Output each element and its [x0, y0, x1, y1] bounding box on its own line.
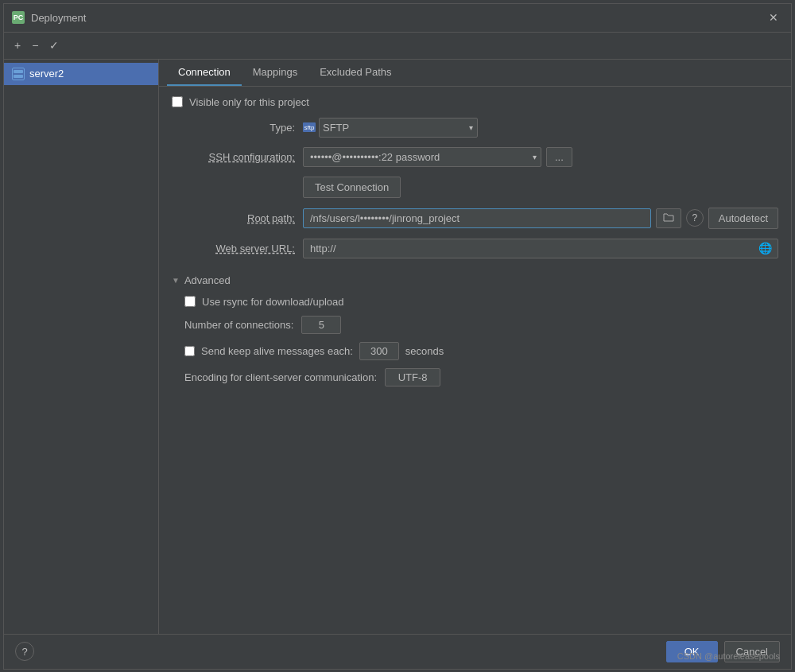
svg-rect-1 — [14, 75, 23, 78]
sftp-icon: sftp — [303, 122, 316, 132]
rsync-row: Use rsync for download/upload — [184, 296, 778, 308]
server-item[interactable]: server2 — [4, 63, 158, 85]
ssh-label: SSH configuration: — [172, 151, 295, 163]
main-content: server2 Connection Mappings Excluded Pat… — [4, 60, 791, 634]
test-connection-row: Test Connection — [172, 177, 778, 198]
num-connections-input[interactable] — [301, 316, 341, 334]
keepalive-label[interactable]: Send keep alive messages each: — [201, 345, 353, 357]
remove-button[interactable]: − — [28, 37, 42, 54]
close-button[interactable]: ✕ — [764, 10, 783, 25]
cancel-button[interactable]: Cancel — [724, 641, 780, 662]
server-name: server2 — [29, 68, 64, 80]
advanced-content: Use rsync for download/upload Number of … — [172, 289, 778, 386]
web-server-label: Web server URL: — [172, 243, 295, 254]
keepalive-checkbox[interactable] — [184, 346, 195, 356]
ssh-config-row: SSH configuration: ••••••@••••••••••:22 … — [172, 147, 778, 167]
form-area: Visible only for this project Type: sftp… — [159, 87, 791, 634]
toolbar: + − ✓ — [4, 33, 791, 60]
advanced-section: ▼ Advanced Use rsync for download/upload… — [172, 271, 778, 386]
send-keepalive-row: Send keep alive messages each: seconds — [184, 342, 778, 360]
tab-bar: Connection Mappings Excluded Paths — [159, 60, 791, 87]
web-url-wrapper: 🌐 — [303, 239, 778, 258]
visible-checkbox[interactable] — [172, 96, 183, 107]
confirm-button[interactable]: ✓ — [45, 37, 63, 54]
num-connections-label: Number of connections: — [184, 319, 293, 331]
sidebar: server2 — [4, 60, 159, 634]
web-server-input[interactable] — [303, 239, 778, 258]
browse-folder-button[interactable] — [656, 208, 681, 228]
root-path-help-button[interactable]: ? — [686, 209, 704, 227]
rsync-checkbox[interactable] — [184, 296, 196, 307]
footer-left: ? — [15, 642, 34, 661]
keepalive-unit: seconds — [405, 345, 444, 357]
ssh-config-edit-button[interactable]: ... — [546, 147, 572, 167]
help-footer-button[interactable]: ? — [15, 642, 34, 661]
root-path-input[interactable] — [303, 208, 651, 228]
type-label: Type: — [172, 122, 295, 134]
ok-button[interactable]: OK — [666, 641, 718, 662]
type-select[interactable]: SFTP FTP Local or mounted folder — [319, 118, 478, 138]
encoding-row: Encoding for client-server communication… — [184, 368, 778, 386]
keepalive-input[interactable] — [359, 342, 399, 360]
svg-rect-0 — [14, 70, 23, 73]
autodetect-button[interactable]: Autodetect — [708, 208, 778, 229]
advanced-header[interactable]: ▼ Advanced — [172, 271, 778, 289]
root-path-label: Root path: — [172, 212, 295, 224]
tab-mappings[interactable]: Mappings — [242, 60, 308, 86]
right-panel: Connection Mappings Excluded Paths Visib… — [159, 60, 791, 634]
add-button[interactable]: + — [10, 37, 25, 54]
type-row: Type: sftp SFTP FTP Local or mounted fol… — [172, 118, 778, 138]
test-connection-button[interactable]: Test Connection — [303, 177, 401, 198]
tab-excluded-paths[interactable]: Excluded Paths — [308, 60, 402, 86]
title-bar-left: PC Deployment — [12, 11, 86, 24]
root-path-row: Root path: ? Autodetect — [172, 208, 778, 229]
rsync-label[interactable]: Use rsync for download/upload — [202, 296, 344, 308]
advanced-label: Advanced — [184, 274, 231, 286]
web-server-row: Web server URL: 🌐 — [172, 239, 778, 258]
visible-checkbox-row: Visible only for this project — [172, 96, 778, 108]
footer-right: OK Cancel — [666, 641, 780, 662]
dialog-footer: ? OK Cancel — [4, 634, 791, 669]
title-bar: PC Deployment ✕ — [4, 4, 791, 33]
type-select-wrapper: sftp SFTP FTP Local or mounted folder ▾ — [303, 118, 478, 138]
server-icon — [12, 68, 25, 80]
app-icon: PC — [12, 11, 25, 24]
num-connections-row: Number of connections: — [184, 316, 778, 334]
encoding-label: Encoding for client-server communication… — [184, 371, 377, 383]
root-path-wrapper: ? Autodetect — [303, 208, 778, 229]
visible-label[interactable]: Visible only for this project — [189, 96, 309, 108]
deployment-dialog: PC Deployment ✕ + − ✓ server2 — [3, 3, 792, 670]
ssh-select-wrapper: ••••••@••••••••••:22 password ▾ — [303, 147, 541, 167]
advanced-triangle: ▼ — [172, 276, 180, 285]
encoding-input[interactable] — [385, 368, 440, 386]
ssh-config-wrapper: ••••••@••••••••••:22 password ▾ ... — [303, 147, 572, 167]
tab-connection[interactable]: Connection — [167, 60, 242, 86]
ssh-config-select[interactable]: ••••••@••••••••••:22 password — [303, 147, 541, 167]
dialog-title: Deployment — [31, 12, 86, 24]
